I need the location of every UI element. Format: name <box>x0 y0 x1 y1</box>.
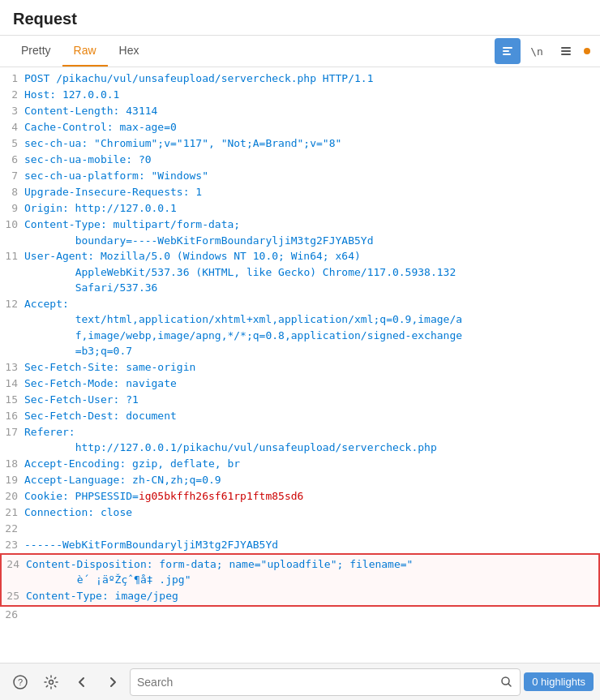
table-row: 17 Referer: http://127.0.0.1/pikachu/vul… <box>0 424 600 456</box>
bottom-bar: ? 0 highlights <box>0 663 600 700</box>
svg-rect-5 <box>561 54 571 55</box>
menu-button[interactable] <box>553 38 579 64</box>
table-row: 1 POST /pikachu/vul/unsafeupload/serverc… <box>0 71 600 87</box>
code-block: 1 POST /pikachu/vul/unsafeupload/serverc… <box>0 67 600 626</box>
table-row: 5 sec-ch-ua: "Chromium";v="117", "Not;A=… <box>0 135 600 152</box>
table-row: 26 <box>0 607 600 623</box>
table-row: 16 Sec-Fetch-Dest: document <box>0 408 600 424</box>
table-row: 11 User-Agent: Mozilla/5.0 (Windows NT 1… <box>0 248 600 296</box>
orange-indicator <box>584 48 590 54</box>
table-row: 10 Content-Type: multipart/form-data; bo… <box>0 217 600 248</box>
highlights-badge[interactable]: 0 highlights <box>524 672 594 691</box>
newline-button[interactable]: \n <box>524 38 550 64</box>
table-row: 19 Accept-Language: zh-CN,zh;q=0.9 <box>0 472 600 488</box>
cookie-value: ig05bkffh26sf61rp1ftm85sd6 <box>139 490 304 502</box>
table-row: 6 sec-ch-ua-mobile: ?0 <box>0 152 600 168</box>
table-row: 21 Connection: close <box>0 505 600 521</box>
svg-rect-1 <box>503 50 509 52</box>
settings-button[interactable] <box>37 668 65 696</box>
format-button[interactable] <box>495 38 521 64</box>
table-row: 8 Upgrade-Insecure-Requests: 1 <box>0 184 600 200</box>
svg-point-8 <box>49 680 54 684</box>
table-row: 15 Sec-Fetch-User: ?1 <box>0 392 600 408</box>
svg-rect-0 <box>503 47 512 49</box>
search-box[interactable] <box>130 668 521 696</box>
table-row: 2 Host: 127.0.0.1 <box>0 87 600 103</box>
request-header: Request <box>0 0 600 36</box>
table-row: 14 Sec-Fetch-Mode: navigate <box>0 376 600 392</box>
back-button[interactable] <box>68 668 96 696</box>
tab-actions: \n <box>495 38 590 64</box>
table-row: 13 Sec-Fetch-Site: same-origin <box>0 359 600 376</box>
table-row: 4 Cache-Control: max-age=0 <box>0 119 600 135</box>
svg-text:?: ? <box>18 677 23 687</box>
content-area[interactable]: 1 POST /pikachu/vul/unsafeupload/serverc… <box>0 67 600 663</box>
tab-hex[interactable]: Hex <box>108 36 151 67</box>
svg-rect-2 <box>503 54 511 55</box>
table-row: 7 sec-ch-ua-platform: "Windows" <box>0 168 600 184</box>
table-row: 25 Content-Type: image/jpeg <box>0 588 600 608</box>
search-input[interactable] <box>137 676 500 689</box>
table-row: 22 <box>0 521 600 537</box>
svg-rect-3 <box>561 47 571 49</box>
table-row: 3 Content-Length: 43114 <box>0 103 600 119</box>
tabs-bar: Pretty Raw Hex \n <box>0 36 600 67</box>
page-title: Request <box>13 10 77 28</box>
svg-rect-4 <box>561 50 571 52</box>
search-submit-button[interactable] <box>500 676 513 689</box>
tab-pretty[interactable]: Pretty <box>10 36 62 67</box>
table-row: 20 Cookie: PHPSESSID=ig05bkffh26sf61rp1f… <box>0 488 600 505</box>
forward-button[interactable] <box>99 668 126 696</box>
tab-raw[interactable]: Raw <box>62 36 108 67</box>
table-row: 24 Content-Disposition: form-data; name=… <box>0 553 600 588</box>
table-row: 9 Origin: http://127.0.0.1 <box>0 200 600 217</box>
help-button[interactable]: ? <box>6 668 34 696</box>
table-row: 18 Accept-Encoding: gzip, deflate, br <box>0 456 600 472</box>
table-row: 12 Accept: text/html,application/xhtml+x… <box>0 296 600 359</box>
table-row: 23 ------WebKitFormBoundaryljiM3tg2FJYAB… <box>0 537 600 553</box>
